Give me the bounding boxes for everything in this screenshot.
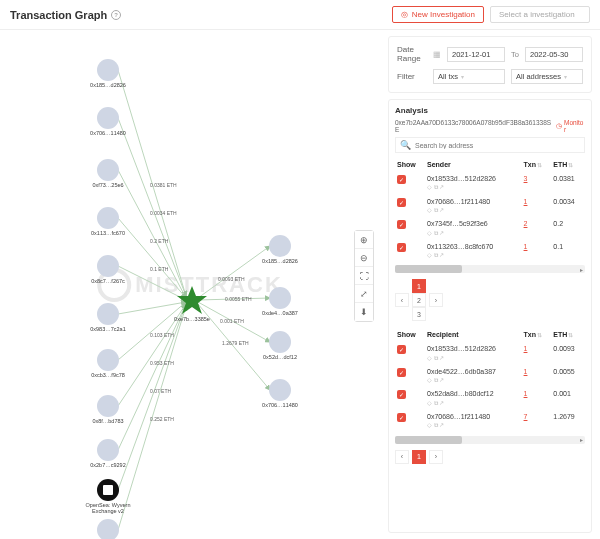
pager-page[interactable]: 2 [412,293,426,307]
date-range-row: Date Range ▦ 2021-12-01 To 2022-05-30 [397,45,583,63]
search-row: 🔍 [395,137,585,153]
row-checkbox[interactable]: ✓ [397,175,406,184]
pager-prev[interactable]: ‹ [395,293,409,307]
page-title: Transaction Graph ? [10,9,121,21]
graph-area[interactable]: MISTTRACK [0,30,380,539]
svg-point-21 [97,349,119,371]
row-action-icons[interactable]: ◇ ⧉ ↗ [427,252,520,259]
tx-filter-select[interactable]: All txs ▾ [433,69,505,84]
pager-page[interactable]: 1 [412,450,426,464]
investigation-select-label: Select a investigation [499,10,575,19]
search-input[interactable] [415,142,580,149]
table-row: ✓0x70686…1f211480◇ ⧉ ↗10.0034 [395,195,585,218]
edge-label: 0.953 ETH [150,360,174,366]
node-label: 0x706…11480 [250,402,310,408]
row-checkbox[interactable]: ✓ [397,220,406,229]
pager-next[interactable]: › [429,450,443,464]
svg-line-11 [198,246,270,298]
svg-point-20 [97,303,119,325]
edge-label: 0.2 ETH [150,238,168,244]
pager-page[interactable]: 3 [412,307,426,321]
analysis-hash-row: 0xe7b2AAa70D6133c78006A078b95dF3B8a36133… [395,119,585,133]
expand-button[interactable]: ⤢ [355,285,373,303]
new-investigation-button[interactable]: ◎ New Investigation [392,6,484,23]
address-text: 0x7345f…5c92f3e6 [427,220,520,228]
eth-value: 0.1 [551,240,585,263]
recipients-scrollbar[interactable]: ▸ [395,436,585,444]
svg-point-19 [97,255,119,277]
investigation-select[interactable]: Select a investigation [490,6,590,23]
txn-link[interactable]: 2 [524,220,528,227]
row-action-icons[interactable]: ◇ ⧉ ↗ [427,355,520,362]
table-row: ✓0x7345f…5c92f3e6◇ ⧉ ↗20.2 [395,217,585,240]
svg-rect-26 [103,485,113,495]
row-checkbox[interactable]: ✓ [397,390,406,399]
download-button[interactable]: ⬇ [355,303,373,321]
node-label: 0xde4…0a387 [250,310,310,316]
edge-label: 0.252 ETH [150,416,174,422]
edge-label: 0.1 ETH [150,266,168,272]
edge-label: 0.0093 ETH [218,276,245,282]
analysis-hash: 0xe7b2AAa70D6133c78006A078b95dF3B8a36133… [395,119,552,133]
fit-button[interactable]: ⛶ [355,267,373,285]
row-checkbox[interactable]: ✓ [397,368,406,377]
address-text: 0x70686…1f211480 [427,198,520,206]
clock-icon: ◷ [556,122,562,130]
row-action-icons[interactable]: ◇ ⧉ ↗ [427,377,520,384]
node-label: 0x185…d2826 [78,82,138,88]
svg-point-22 [97,395,119,417]
eth-value: 0.0034 [551,195,585,218]
col-show: Show [395,327,425,342]
date-from-input[interactable]: 2021-12-01 [447,47,505,62]
edge-label: 0.001 ETH [220,318,244,324]
edge-label: 0.0034 ETH [150,210,177,216]
date-range-label: Date Range [397,45,427,63]
edge-label: 0.0381 ETH [150,182,177,188]
col-eth[interactable]: ETH⇅ [551,327,585,342]
svg-point-24 [97,519,119,539]
row-checkbox[interactable]: ✓ [397,243,406,252]
address-filter-select[interactable]: All addresses ▾ [511,69,583,84]
txn-link[interactable]: 3 [524,175,528,182]
zoom-in-button[interactable]: ⊕ [355,231,373,249]
svg-point-18 [97,207,119,229]
node-label: 0x113…fc670 [78,230,138,236]
row-action-icons[interactable]: ◇ ⧉ ↗ [427,230,520,237]
senders-table: Show Sender Txn⇅ ETH⇅ ✓0x18533d…512d2826… [395,157,585,262]
date-to-input[interactable]: 2022-05-30 [525,47,583,62]
row-checkbox[interactable]: ✓ [397,198,406,207]
zoom-out-button[interactable]: ⊖ [355,249,373,267]
txn-link[interactable]: 1 [524,390,528,397]
graph-svg [0,30,370,539]
senders-scrollbar[interactable]: ▸ [395,265,585,273]
row-checkbox[interactable]: ✓ [397,413,406,422]
eth-value: 0.0055 [551,365,585,388]
eth-value: 0.0381 [551,172,585,195]
txn-link[interactable]: 1 [524,368,528,375]
info-icon[interactable]: ? [111,10,121,20]
pager-next[interactable]: › [429,293,443,307]
col-txn[interactable]: Txn⇅ [522,157,552,172]
edge-label: 1.2679 ETH [222,340,249,346]
table-row: ✓0x113263…8c8fc670◇ ⧉ ↗10.1 [395,240,585,263]
row-action-icons[interactable]: ◇ ⧉ ↗ [427,422,520,429]
txn-link[interactable]: 1 [524,243,528,250]
table-row: ✓0x70686…1f211480◇ ⧉ ↗71.2679 [395,410,585,433]
txn-link[interactable]: 1 [524,198,528,205]
node-label: 0xf73…25e6 [78,182,138,188]
row-action-icons[interactable]: ◇ ⧉ ↗ [427,207,520,214]
txn-link[interactable]: 7 [524,413,528,420]
row-action-icons[interactable]: ◇ ⧉ ↗ [427,400,520,407]
col-eth[interactable]: ETH⇅ [551,157,585,172]
table-row: ✓0x18533d…512d2826◇ ⧉ ↗30.0381 [395,172,585,195]
monitor-link[interactable]: ◷ Monitor [556,119,585,133]
col-txn[interactable]: Txn⇅ [522,327,552,342]
filter-box: Date Range ▦ 2021-12-01 To 2022-05-30 Fi… [388,36,592,93]
svg-line-5 [118,302,186,314]
row-action-icons[interactable]: ◇ ⧉ ↗ [427,184,520,191]
target-icon: ◎ [401,10,408,19]
pager-prev[interactable]: ‹ [395,450,409,464]
pager-page[interactable]: 1 [412,279,426,293]
row-checkbox[interactable]: ✓ [397,345,406,354]
txn-link[interactable]: 1 [524,345,528,352]
